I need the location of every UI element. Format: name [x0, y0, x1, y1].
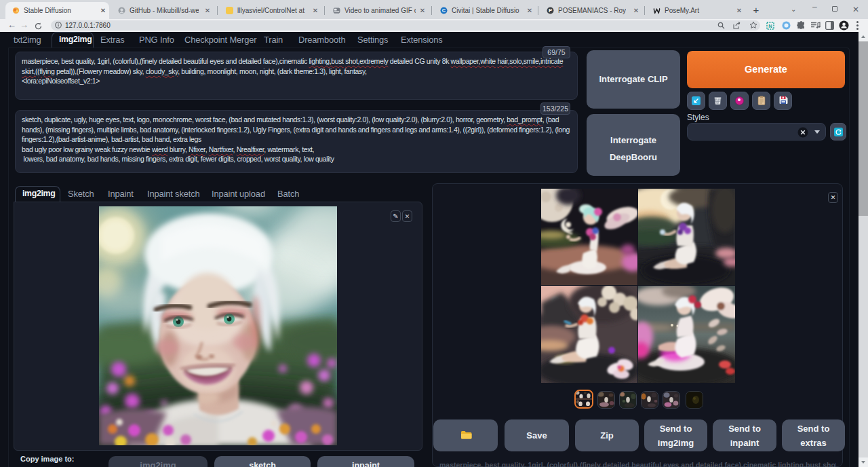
svg-text:C: C [442, 7, 446, 14]
svg-text:N: N [768, 23, 772, 29]
svg-text:P: P [549, 7, 552, 14]
